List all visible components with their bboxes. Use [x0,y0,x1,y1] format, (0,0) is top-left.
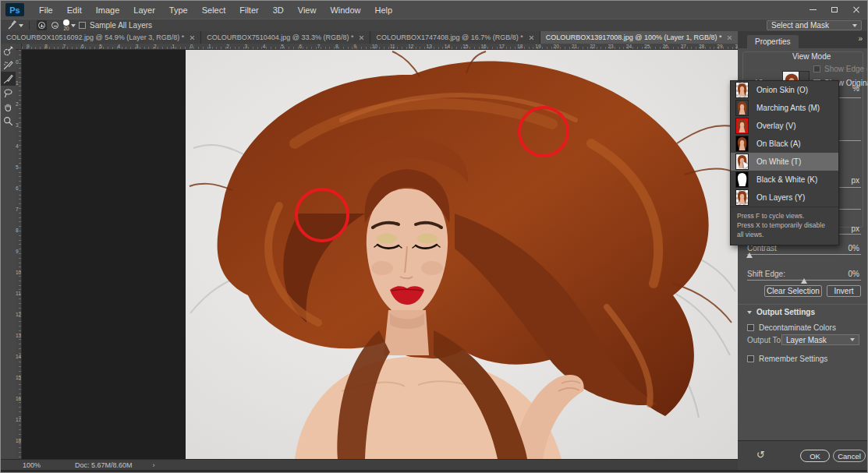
ruler-number: 13 [16,323,21,344]
ruler-vertical: 0123456789101112131415161718 [16,50,22,459]
ruler-number: 28 [694,44,712,49]
view-mode-option[interactable]: On Layers (Y) [731,189,838,206]
close-tab-icon[interactable] [190,35,195,41]
ruler-number: 8 [40,44,58,49]
view-mode-option-label: Black & White (K) [756,175,817,184]
show-edge-checkbox[interactable] [813,65,820,72]
document-tab[interactable]: COLOURBOX10516092.jpg @ 54.9% (Layer 3, … [1,31,201,44]
ruler-number: 16 [476,44,494,49]
slider-track[interactable] [747,254,861,255]
menu-item[interactable]: Help [368,5,400,15]
view-mode-option[interactable]: On White (T) [731,153,838,171]
menu-item[interactable]: Window [323,5,367,15]
restore-button[interactable] [824,1,845,19]
output-settings-header[interactable]: Output Settings [747,308,815,316]
view-mode-option[interactable]: On Black (A) [731,135,838,153]
cancel-button[interactable]: Cancel [833,450,866,462]
output-to-label: Output To: [747,336,783,344]
chevron-down-icon [19,24,23,27]
close-button[interactable] [845,1,867,19]
separator [29,21,30,30]
tab-properties[interactable]: Properties [747,35,799,48]
ruler-horizontal: 9876543210123456789101112131415161718192… [22,44,738,50]
ruler-number: 5 [276,44,294,49]
ruler-number: 5 [16,155,21,176]
tool-hand[interactable] [1,100,16,114]
tool-brush[interactable] [1,72,16,86]
slider-track[interactable] [747,280,861,281]
tool-zoom[interactable] [1,114,16,128]
menu-bar: Ps FileEditImageLayerTypeSelectFilter3DV… [1,1,867,19]
window-bottom-edge [1,470,867,472]
slider-thumb[interactable] [801,278,807,284]
view-mode-option[interactable]: Onion Skin (O) [731,81,838,99]
close-tab-icon[interactable] [727,35,732,41]
document-tab[interactable]: COLOURBOX13917008.jpg @ 100% (Layer 1, R… [540,31,739,44]
view-mode-option[interactable]: Black & White (K) [731,171,838,189]
view-mode-option[interactable]: Overlay (V) [731,117,838,135]
close-tab-icon[interactable] [359,35,364,41]
ruler-number: 7 [16,197,21,218]
brush-size-picker[interactable]: 20 [63,19,69,32]
ruler-number: 9 [22,44,40,49]
zoom-level[interactable]: 100% [23,461,41,469]
sample-all-layers-checkbox[interactable] [79,22,86,29]
ruler-number: 5 [94,44,112,49]
ruler-number: 8 [331,44,349,49]
output-to-value: Layer Mask [786,336,827,344]
sample-all-layers-label: Sample All Layers [90,21,152,30]
view-mode-thumbnail-icon [735,100,749,116]
output-to-select[interactable]: Layer Mask [781,334,859,345]
tool-lasso[interactable] [1,86,16,100]
document-tab[interactable]: COLOURBOX1747408.jpg @ 16.7% (RGB/8) * [370,31,540,44]
ruler-number: 1 [16,71,21,92]
decontaminate-colors-checkbox[interactable] [747,324,754,331]
reset-icon[interactable]: ↺ [756,449,765,461]
add-to-selection-button[interactable] [37,20,47,30]
options-bar: 20 Sample All Layers Select and Mask [1,19,867,31]
sample-all-layers: Sample All Layers [79,21,152,30]
view-mode-thumbnail-icon [735,171,749,188]
view-mode-header: View Mode [788,52,834,61]
menu-item[interactable]: Image [89,5,127,15]
ok-button[interactable]: OK [800,450,830,462]
document-image[interactable] [186,50,738,459]
menu-item[interactable]: Layer [126,5,162,15]
clear-selection-button[interactable]: Clear Selection [764,285,822,297]
hint-text: Press X to temporarily disable all views… [737,221,832,239]
document-tab[interactable]: COLOURBOX7510404.jpg @ 33.3% (RGB/8) * [201,31,370,44]
menu-item[interactable]: Filter [232,5,265,15]
ruler-number: 1 [204,44,221,49]
minus-circle-icon [51,22,58,29]
slider-thumb[interactable] [746,252,753,258]
remember-settings-checkbox[interactable] [747,355,754,362]
ruler-number: 3 [131,44,149,49]
workspace-selector[interactable]: Select and Mask [767,20,862,30]
menu-item[interactable]: Select [195,5,233,15]
ruler-number: 0 [186,44,204,49]
close-tab-icon[interactable] [529,35,534,41]
menu-item[interactable]: Type [162,5,195,15]
chevron-down-icon[interactable] [71,24,76,27]
show-edge-label: Show Edge (J) [824,65,868,73]
panel-menu-icon[interactable]: » [858,34,862,43]
brush-preset-picker[interactable] [7,20,23,30]
menu-item[interactable]: 3D [266,5,291,15]
invert-button[interactable]: Invert [827,285,861,297]
menu-item[interactable]: View [291,5,324,15]
view-mode-thumbnail-icon [735,136,749,152]
menu-item[interactable]: File [32,5,60,15]
minimize-button[interactable] [802,1,824,19]
panel-footer: ↺ OK Cancel [738,440,867,470]
tool-quick-selection[interactable] [1,44,16,58]
canvas-viewport[interactable] [22,50,738,459]
subtract-from-selection-button[interactable] [50,20,60,30]
tool-refine-edge-brush[interactable] [1,58,16,72]
ruler-number: 4 [16,134,21,155]
remember-settings-label: Remember Settings [759,355,827,363]
view-mode-option[interactable]: Marching Ants (M) [731,99,838,117]
status-flyout-icon[interactable]: › [153,461,155,469]
document-tab-label: COLOURBOX7510404.jpg @ 33.3% (RGB/8) * [207,34,353,41]
menu-item[interactable]: Edit [60,5,89,15]
document-tab-label: COLOURBOX10516092.jpg @ 54.9% (Layer 3, … [6,34,184,41]
